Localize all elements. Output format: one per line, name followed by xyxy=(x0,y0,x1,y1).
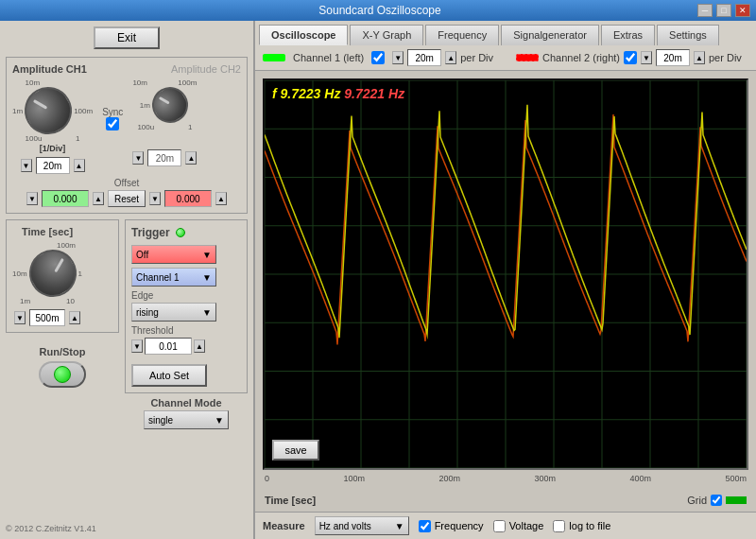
sync-checkbox[interactable] xyxy=(106,117,119,130)
time-value-down[interactable]: ▼ xyxy=(14,311,26,324)
time-section: Time [sec] 100m 10m 1 1m 10 xyxy=(6,219,119,333)
copyright: © 2012 C.Zeitnitz V1.41 xyxy=(6,520,119,533)
frequency-label: Frequency xyxy=(435,520,484,531)
ch2-scale-top-left: 10m xyxy=(132,78,147,87)
log-to-file-checkbox[interactable] xyxy=(553,520,565,532)
left-bottom-right: Trigger Off ▼ Channel 1 ▼ xyxy=(125,219,248,533)
ch1-offset-input[interactable] xyxy=(42,190,89,207)
ch1-scale-bottom-right: 1 xyxy=(76,134,79,143)
ch1-perdiv-up[interactable]: ▲ xyxy=(445,51,456,64)
time-axis-label: Time [sec] xyxy=(265,495,316,506)
freq-f-label: f xyxy=(272,86,277,101)
tick-100m: 100m xyxy=(343,474,365,483)
time-scale-bottom-right: 10 xyxy=(66,297,75,305)
ch1-offset-up[interactable]: ▲ xyxy=(93,192,104,205)
edge-dropdown[interactable]: rising ▼ xyxy=(131,303,216,322)
amplitude-ch2-label: Amplitude CH2 xyxy=(171,63,241,75)
ch1-perdiv-down[interactable]: ▼ xyxy=(392,51,404,64)
time-scale-left: 10m xyxy=(12,270,27,278)
close-button[interactable]: ✕ xyxy=(735,4,750,17)
title-bar: Soundcard Oszilloscope ─ □ ✕ xyxy=(0,0,756,21)
ch2-scale-mid-left: 1m xyxy=(140,101,150,110)
ch1-text: Channel 1 (left) xyxy=(293,52,364,63)
run-led xyxy=(54,366,71,383)
voltage-checkbox[interactable] xyxy=(493,520,506,532)
main-content: Exit Amplitude CH1 Amplitude CH2 10m 1m … xyxy=(0,21,756,539)
trigger-channel-dropdown[interactable]: Channel 1 ▼ xyxy=(131,268,216,287)
frequency-checkbox[interactable] xyxy=(419,520,431,532)
edge-label: Edge xyxy=(131,290,241,301)
time-label: Time [sec] xyxy=(22,226,73,237)
measure-label: Measure xyxy=(263,520,305,531)
ch1-offset-down[interactable]: ▼ xyxy=(26,192,38,205)
scope-canvas xyxy=(265,80,747,468)
minimize-button[interactable]: ─ xyxy=(697,4,713,17)
ch1-time-down[interactable]: ▼ xyxy=(21,159,32,172)
left-bottom-left: Time [sec] 100m 10m 1 1m 10 xyxy=(6,219,119,533)
ch2-checkbox[interactable] xyxy=(624,51,637,64)
time-value-input[interactable] xyxy=(29,309,65,326)
threshold-down[interactable]: ▼ xyxy=(131,339,143,353)
ch2-offset-down[interactable]: ▼ xyxy=(149,192,161,205)
grid-checkbox[interactable] xyxy=(711,495,722,506)
ch1-indicator xyxy=(263,54,285,61)
amplitude-ch1-label: Amplitude CH1 xyxy=(12,63,87,75)
tab-settings[interactable]: Settings xyxy=(657,25,719,45)
sync-label: Sync xyxy=(102,107,123,117)
ch1-perdiv-label: per Div xyxy=(460,52,493,63)
time-value-up[interactable]: ▲ xyxy=(69,311,80,324)
run-stop-section: Run/Stop xyxy=(6,346,119,388)
ch2-offset-up[interactable]: ▲ xyxy=(215,192,227,205)
ch2-perdiv-input[interactable] xyxy=(656,49,690,66)
amplitude-ch1-knob[interactable] xyxy=(16,78,80,143)
ch2-time-up[interactable]: ▲ xyxy=(185,151,197,165)
ch1-scale-mid-left: 1m xyxy=(12,107,23,115)
ch2-perdiv-label: per Div xyxy=(709,52,742,63)
freq-value-1: 9.7223 xyxy=(281,86,321,101)
channel-mode-dropdown[interactable]: single ▼ xyxy=(144,410,229,429)
ch2-time-down[interactable]: ▼ xyxy=(132,151,144,165)
time-scale-right: 1 xyxy=(78,270,82,278)
time-scale-top-right: 100m xyxy=(57,241,76,250)
trigger-led xyxy=(176,228,185,237)
time-knob[interactable] xyxy=(20,241,84,305)
log-to-file-label: log to file xyxy=(569,520,610,531)
tab-oscilloscope[interactable]: Oscilloscope xyxy=(259,25,348,45)
ch1-time-up[interactable]: ▲ xyxy=(74,159,85,172)
measure-mode-dropdown[interactable]: Hz and volts ▼ xyxy=(315,516,409,535)
tab-extras[interactable]: Extras xyxy=(601,25,655,45)
tab-signalgenerator[interactable]: Signalgenerator xyxy=(501,25,599,45)
tab-bar: Oscilloscope X-Y Graph Frequency Signalg… xyxy=(255,21,756,45)
ch2-perdiv-up[interactable]: ▲ xyxy=(694,51,705,64)
window-title: Soundcard Oszilloscope xyxy=(62,4,697,17)
ch1-checkbox[interactable] xyxy=(371,51,385,64)
save-button[interactable]: save xyxy=(272,440,319,461)
scope-display: f 9.7223 Hz 9.7221 Hz save xyxy=(263,78,748,470)
trigger-section: Trigger Off ▼ Channel 1 ▼ xyxy=(125,219,248,393)
ch2-scale-bottom-left: 100u xyxy=(137,123,154,131)
voltage-label: Voltage xyxy=(509,520,544,531)
trigger-label: Trigger xyxy=(131,226,170,239)
offset-label: Offset xyxy=(12,178,241,188)
maximize-button[interactable]: □ xyxy=(716,4,731,17)
channel-mode-label: Channel Mode xyxy=(150,397,221,409)
ch2-offset-input[interactable] xyxy=(164,190,212,207)
left-panel: Exit Amplitude CH1 Amplitude CH2 10m 1m … xyxy=(0,21,255,539)
threshold-up[interactable]: ▲ xyxy=(194,339,205,353)
ch2-time-input[interactable] xyxy=(147,149,181,166)
ch2-perdiv-down[interactable]: ▼ xyxy=(641,51,652,64)
run-stop-button[interactable] xyxy=(39,361,86,388)
reset-button[interactable]: Reset xyxy=(108,190,146,207)
exit-button[interactable]: Exit xyxy=(94,26,160,49)
auto-set-button[interactable]: Auto Set xyxy=(131,364,207,387)
time-scale-bottom-left: 1m xyxy=(20,297,30,305)
tick-400m: 400m xyxy=(629,474,651,483)
ch1-perdiv-input[interactable] xyxy=(407,49,441,66)
threshold-input[interactable] xyxy=(145,338,192,355)
trigger-off-dropdown[interactable]: Off ▼ xyxy=(131,245,216,264)
tab-xy-graph[interactable]: X-Y Graph xyxy=(350,25,423,45)
tab-frequency[interactable]: Frequency xyxy=(425,25,499,45)
ch1-time-input[interactable] xyxy=(36,157,70,174)
measure-bar: Measure Hz and volts ▼ Frequency Voltage… xyxy=(255,512,756,539)
run-stop-label: Run/Stop xyxy=(40,346,86,357)
